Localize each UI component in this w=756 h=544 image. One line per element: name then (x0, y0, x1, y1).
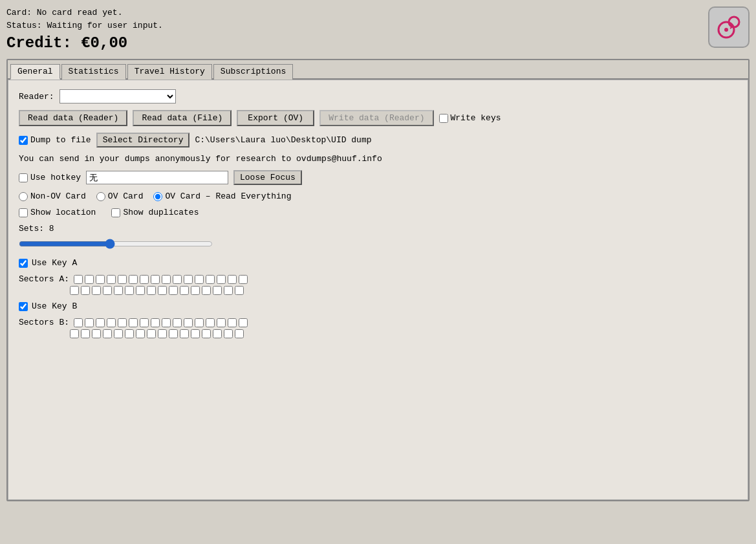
sector-a-5[interactable] (129, 275, 138, 284)
sectors-b-row2 (19, 329, 737, 338)
sector-b-8[interactable] (162, 318, 171, 327)
dump-to-file-checkbox[interactable] (19, 136, 28, 145)
tab-subscriptions[interactable]: Subscriptions (213, 64, 293, 80)
sectors-a-row2 (19, 286, 737, 295)
sector-a-7[interactable] (151, 275, 160, 284)
select-directory-button[interactable]: Select Directory (96, 133, 190, 147)
radio-ov-input[interactable] (96, 192, 105, 201)
sector-a-23[interactable] (147, 286, 156, 295)
sector-b-19[interactable] (103, 329, 112, 338)
use-hotkey-label: Use hotkey (30, 173, 81, 182)
sector-b-24[interactable] (158, 329, 167, 338)
sector-b-5[interactable] (129, 318, 138, 327)
sector-b-13[interactable] (217, 318, 226, 327)
sector-b-6[interactable] (140, 318, 149, 327)
sector-a-27[interactable] (191, 286, 200, 295)
sector-a-9[interactable] (173, 275, 182, 284)
use-hotkey-checkbox[interactable] (19, 173, 28, 182)
sector-a-10[interactable] (184, 275, 193, 284)
sector-a-4[interactable] (118, 275, 127, 284)
sector-a-20[interactable] (114, 286, 123, 295)
sectors-b-row1: Sectors B: (19, 318, 737, 327)
reader-select[interactable] (59, 89, 176, 103)
sector-a-30[interactable] (224, 286, 233, 295)
sector-b-21[interactable] (125, 329, 134, 338)
use-key-a-checkbox[interactable] (19, 259, 28, 268)
reader-row: Reader: (19, 89, 737, 103)
sector-a-28[interactable] (202, 286, 211, 295)
sector-a-15[interactable] (239, 275, 248, 284)
sector-a-25[interactable] (169, 286, 178, 295)
use-key-b-row: Use Key B (19, 301, 737, 311)
sector-b-25[interactable] (169, 329, 178, 338)
sector-b-4[interactable] (118, 318, 127, 327)
sector-b-26[interactable] (180, 329, 189, 338)
sector-b-18[interactable] (92, 329, 101, 338)
sector-a-3[interactable] (107, 275, 116, 284)
sector-b-17[interactable] (81, 329, 90, 338)
sector-a-31[interactable] (235, 286, 244, 295)
sector-a-12[interactable] (206, 275, 215, 284)
sector-b-22[interactable] (136, 329, 145, 338)
show-duplicates-checkbox[interactable] (111, 208, 120, 217)
read-file-button[interactable]: Read data (File) (133, 110, 232, 126)
sector-a-0[interactable] (74, 275, 83, 284)
sector-b-30[interactable] (224, 329, 233, 338)
sector-a-22[interactable] (136, 286, 145, 295)
sector-b-0[interactable] (74, 318, 83, 327)
sector-b-31[interactable] (235, 329, 244, 338)
loose-focus-button[interactable]: Loose Focus (233, 170, 302, 185)
sector-a-26[interactable] (180, 286, 189, 295)
sector-b-1[interactable] (85, 318, 94, 327)
tab-statistics[interactable]: Statistics (61, 64, 126, 80)
sector-b-3[interactable] (107, 318, 116, 327)
sector-a-17[interactable] (81, 286, 90, 295)
sectors-a-row1: Sectors A: (19, 274, 737, 284)
sector-a-2[interactable] (96, 275, 105, 284)
sector-b-14[interactable] (228, 318, 237, 327)
sector-b-12[interactable] (206, 318, 215, 327)
radio-ov-all-input[interactable] (153, 192, 162, 201)
sector-b-23[interactable] (147, 329, 156, 338)
sector-a-21[interactable] (125, 286, 134, 295)
sectors-b-area: Sectors B: (19, 318, 737, 338)
dump-to-file-label: Dump to file (30, 135, 91, 145)
sector-b-27[interactable] (191, 329, 200, 338)
sector-b-11[interactable] (195, 318, 204, 327)
write-keys-checkbox[interactable] (439, 114, 448, 123)
hotkey-input[interactable]: 无 (86, 171, 228, 184)
sector-b-2[interactable] (96, 318, 105, 327)
sector-b-10[interactable] (184, 318, 193, 327)
sector-a-11[interactable] (195, 275, 204, 284)
sector-a-14[interactable] (228, 275, 237, 284)
tab-travel-history[interactable]: Travel History (127, 64, 212, 80)
sector-a-24[interactable] (158, 286, 167, 295)
header-info: Card: No card read yet. Status: Waiting … (6, 6, 163, 55)
show-location-checkbox[interactable] (19, 208, 28, 217)
sector-b-9[interactable] (173, 318, 182, 327)
sector-b-28[interactable] (202, 329, 211, 338)
sector-a-13[interactable] (217, 275, 226, 284)
sectors-a-area: Sectors A: (19, 274, 737, 295)
radio-non-ov-input[interactable] (19, 192, 28, 201)
sector-b-16[interactable] (70, 329, 79, 338)
export-ov-button[interactable]: Export (OV) (237, 110, 314, 126)
sector-b-29[interactable] (213, 329, 222, 338)
sector-a-29[interactable] (213, 286, 222, 295)
sector-a-8[interactable] (162, 275, 171, 284)
general-tab-content: Reader: Read data (Reader) Read data (Fi… (8, 80, 748, 500)
sector-b-15[interactable] (239, 318, 248, 327)
sector-b-7[interactable] (151, 318, 160, 327)
radio-ov-label: OV Card (108, 191, 144, 201)
sector-a-1[interactable] (85, 275, 94, 284)
read-reader-button[interactable]: Read data (Reader) (19, 110, 127, 126)
use-key-b-checkbox[interactable] (19, 302, 28, 311)
sector-a-19[interactable] (103, 286, 112, 295)
tab-general[interactable]: General (10, 64, 60, 80)
sector-a-6[interactable] (140, 275, 149, 284)
sector-b-20[interactable] (114, 329, 123, 338)
sets-slider[interactable] (19, 237, 213, 250)
sector-a-18[interactable] (92, 286, 101, 295)
sector-a-16[interactable] (70, 286, 79, 295)
radio-non-ov: Non-OV Card (19, 191, 86, 201)
